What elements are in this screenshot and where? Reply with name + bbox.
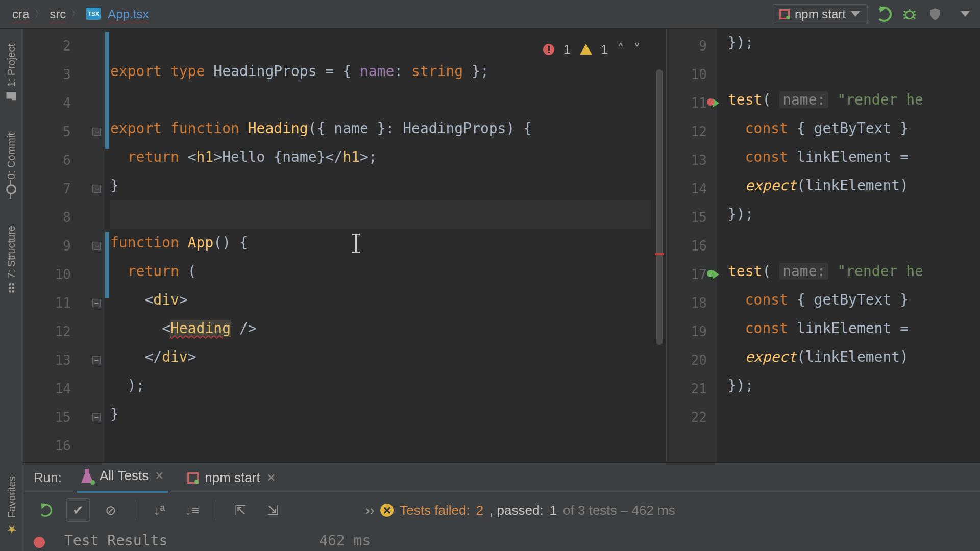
fold-toggle[interactable]: − <box>92 413 101 421</box>
code-line[interactable] <box>110 200 651 229</box>
editor-pane-right[interactable]: 910111213141516171819202122 }); test( na… <box>667 29 980 462</box>
run-gutter-icon[interactable] <box>713 270 719 279</box>
breadcrumb-file[interactable]: App.tsx <box>108 7 149 21</box>
line-number[interactable]: 11− <box>23 289 105 317</box>
editor-scrollbar[interactable] <box>656 29 663 462</box>
vcs-change-marker[interactable] <box>105 232 109 298</box>
code-line[interactable] <box>728 400 965 429</box>
rerun-button[interactable] <box>34 498 57 522</box>
line-number[interactable]: 9 <box>667 32 717 60</box>
breadcrumb-folder[interactable]: src <box>50 7 66 21</box>
toolwindow-favorites-button[interactable]: ★ Favorites <box>5 476 18 536</box>
line-number[interactable]: 16 <box>667 232 717 260</box>
line-number[interactable]: 19 <box>667 317 717 346</box>
coverage-button[interactable] <box>926 5 944 23</box>
test-results-header[interactable]: Test Results 462 ms <box>64 532 371 549</box>
run-tab-npm-start[interactable]: npm start ✕ <box>183 465 279 493</box>
line-number[interactable]: 10 <box>23 260 105 289</box>
line-number[interactable]: 7− <box>23 174 105 203</box>
run-button[interactable] <box>875 5 893 23</box>
code-line[interactable]: }); <box>728 200 965 229</box>
line-number[interactable]: 20 <box>667 346 717 374</box>
line-number[interactable]: 14 <box>667 174 717 203</box>
debug-button[interactable] <box>900 5 919 23</box>
editor-gutter[interactable]: 2345−67−89−1011−1213−1415−16 <box>23 29 105 462</box>
code-line[interactable]: </div> <box>110 343 651 371</box>
line-number[interactable]: 6 <box>23 146 105 174</box>
code-line[interactable]: const linkElement = <box>728 143 965 171</box>
code-line[interactable]: }); <box>728 29 965 57</box>
scrollbar-thumb[interactable] <box>656 69 663 345</box>
run-tab-all-tests[interactable]: All Tests ✕ <box>77 463 168 493</box>
editor-code-area[interactable]: }); test( name: "render he const { getBy… <box>728 29 965 429</box>
run-gutter-icon[interactable] <box>713 98 719 108</box>
line-number[interactable]: 18 <box>667 289 717 317</box>
line-number[interactable]: 10 <box>667 60 717 89</box>
fold-toggle[interactable]: − <box>92 185 101 193</box>
code-line[interactable]: export function Heading({ name }: Headin… <box>110 114 651 143</box>
fold-toggle[interactable]: − <box>92 128 101 136</box>
line-number[interactable]: 12 <box>23 317 105 346</box>
fold-toggle[interactable]: − <box>92 356 101 364</box>
line-number[interactable]: 4 <box>23 89 105 117</box>
code-line[interactable] <box>728 229 965 257</box>
sort-button[interactable]: ↓ª <box>148 498 171 522</box>
code-line[interactable] <box>110 86 651 114</box>
line-number[interactable]: 5− <box>23 117 105 146</box>
show-ignored-button[interactable]: ⊘ <box>99 498 122 522</box>
code-line[interactable] <box>728 57 965 86</box>
chevron-down-icon[interactable] <box>961 11 970 17</box>
code-line[interactable]: <Heading /> <box>110 314 651 343</box>
code-line[interactable]: expect(linkElement) <box>728 171 965 200</box>
editor-gutter[interactable]: 910111213141516171819202122 <box>667 29 718 462</box>
code-line[interactable]: test( name: "render he <box>728 257 965 286</box>
collapse-all-button[interactable]: ⇲ <box>261 498 285 522</box>
line-number[interactable]: 11 <box>667 89 717 117</box>
toolwindow-structure-button[interactable]: 7: Structure <box>6 226 17 292</box>
expand-all-button[interactable]: ⇱ <box>229 498 252 522</box>
sort-by-duration-button[interactable]: ↓≡ <box>180 498 204 522</box>
code-line[interactable]: ); <box>110 371 651 400</box>
code-line[interactable]: return ( <box>110 257 651 286</box>
line-number[interactable]: 12 <box>667 117 717 146</box>
code-line[interactable]: function App() { <box>110 229 651 257</box>
code-line[interactable]: <div> <box>110 286 651 314</box>
chevron-up-icon[interactable]: ˄ <box>617 41 624 58</box>
code-line[interactable]: const linkElement = <box>728 314 965 343</box>
chevron-down-icon[interactable]: ˅ <box>633 41 641 58</box>
code-line[interactable]: } <box>110 171 651 200</box>
line-number[interactable]: 21 <box>667 374 717 403</box>
editor-code-area[interactable]: export type HeadingProps = { name: strin… <box>110 29 651 457</box>
code-line[interactable]: expect(linkElement) <box>728 343 965 371</box>
line-number[interactable]: 14 <box>23 374 105 403</box>
toolwindow-commit-button[interactable]: 0: Commit <box>6 133 17 194</box>
line-number[interactable]: 13 <box>667 146 717 174</box>
line-number[interactable]: 17 <box>667 260 717 289</box>
toolwindow-project-button[interactable]: 1: Project <box>6 44 17 102</box>
line-number[interactable]: 15 <box>667 203 717 232</box>
code-line[interactable]: export type HeadingProps = { name: strin… <box>110 57 651 86</box>
fold-toggle[interactable]: − <box>92 299 101 307</box>
error-stripe[interactable] <box>655 253 664 255</box>
code-line[interactable]: const { getByText } <box>728 286 965 314</box>
code-line[interactable]: } <box>110 400 651 429</box>
line-number[interactable]: 13− <box>23 346 105 374</box>
line-number[interactable]: 8 <box>23 203 105 232</box>
line-number[interactable]: 3 <box>23 60 105 89</box>
show-passed-button[interactable]: ✔ <box>66 498 90 522</box>
code-line[interactable]: const { getByText } <box>728 114 965 143</box>
code-line[interactable]: test( name: "render he <box>728 86 965 114</box>
run-configuration-selector[interactable]: npm start <box>772 4 868 24</box>
close-icon[interactable]: ✕ <box>155 469 164 483</box>
line-number[interactable]: 16 <box>23 432 105 460</box>
code-line[interactable]: return <h1>Hello {name}</h1>; <box>110 143 651 171</box>
line-number[interactable]: 9− <box>23 232 105 260</box>
close-icon[interactable]: ✕ <box>266 471 276 485</box>
line-number[interactable]: 2 <box>23 32 105 60</box>
breadcrumb-project[interactable]: cra <box>12 7 29 21</box>
editor-pane-left[interactable]: 2345−67−89−1011−1213−1415−16 export type… <box>23 29 667 462</box>
breadcrumb[interactable]: cra 〉 src 〉 TSX App.tsx <box>12 7 149 21</box>
code-line[interactable]: }); <box>728 371 965 400</box>
line-number[interactable]: 15− <box>23 403 105 432</box>
fold-toggle[interactable]: − <box>92 242 101 250</box>
